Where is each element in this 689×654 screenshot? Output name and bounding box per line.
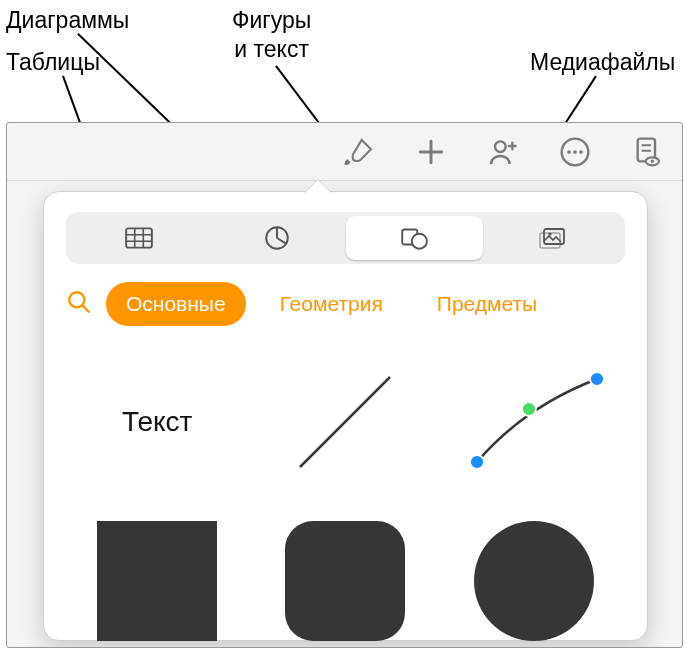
- svg-point-7: [651, 159, 654, 162]
- svg-point-4: [579, 150, 583, 154]
- shape-item-text[interactable]: Текст: [78, 354, 236, 489]
- text-label: Текст: [122, 406, 193, 438]
- svg-point-18: [522, 402, 536, 416]
- app-window: Основные Геометрия Предметы Текст: [6, 122, 683, 648]
- category-basic[interactable]: Основные: [106, 282, 246, 326]
- plus-icon: [415, 136, 447, 168]
- svg-point-11: [412, 234, 427, 249]
- svg-point-2: [567, 150, 571, 154]
- callout-tables: Таблицы: [6, 48, 100, 77]
- chart-icon: [262, 224, 292, 252]
- category-objects[interactable]: Предметы: [417, 282, 557, 326]
- document-eye-icon: [631, 136, 663, 168]
- brush-icon: [343, 136, 375, 168]
- toolbar: [7, 123, 682, 181]
- segment-media[interactable]: [483, 216, 621, 260]
- shapes-icon: [399, 224, 429, 252]
- table-icon: [124, 224, 154, 252]
- ellipsis-circle-icon: [559, 136, 591, 168]
- shape-item-rounded[interactable]: [266, 513, 424, 648]
- svg-point-0: [495, 141, 506, 152]
- shapes-grid: Текст: [44, 338, 647, 648]
- shape-item-line[interactable]: [266, 354, 424, 489]
- svg-rect-8: [126, 228, 152, 247]
- svg-point-3: [573, 150, 577, 154]
- format-button[interactable]: [336, 132, 382, 172]
- category-row: Основные Геометрия Предметы: [44, 264, 647, 338]
- curve-shape-icon: [459, 367, 609, 477]
- callout-shapes-text: Фигуры и текст: [232, 6, 311, 64]
- rounded-shape-icon: [285, 521, 405, 641]
- shape-item-circle[interactable]: [455, 513, 613, 648]
- segment-charts[interactable]: [208, 216, 346, 260]
- line-shape-icon: [285, 362, 405, 482]
- segment-shapes[interactable]: [346, 216, 484, 260]
- view-document-button[interactable]: [624, 132, 670, 172]
- callout-media: Медиафайлы: [530, 48, 675, 77]
- shape-item-curve[interactable]: [455, 354, 613, 489]
- people-plus-icon: [487, 136, 519, 168]
- callout-diagrams: Диаграммы: [6, 6, 129, 35]
- circle-shape-icon: [474, 521, 594, 641]
- insert-popover: Основные Геометрия Предметы Текст: [43, 191, 648, 641]
- more-button[interactable]: [552, 132, 598, 172]
- insert-button[interactable]: [408, 132, 454, 172]
- insert-type-segmented: [66, 212, 625, 264]
- media-icon: [537, 224, 567, 252]
- search-icon: [66, 289, 92, 315]
- category-geometry[interactable]: Геометрия: [260, 282, 403, 326]
- shape-item-square[interactable]: [78, 513, 236, 648]
- svg-line-16: [300, 377, 390, 467]
- svg-point-17: [470, 455, 484, 469]
- segment-tables[interactable]: [70, 216, 208, 260]
- popover-arrow: [304, 180, 332, 194]
- svg-point-19: [590, 372, 604, 386]
- search-button[interactable]: [66, 289, 92, 319]
- collaborate-button[interactable]: [480, 132, 526, 172]
- square-shape-icon: [97, 521, 217, 641]
